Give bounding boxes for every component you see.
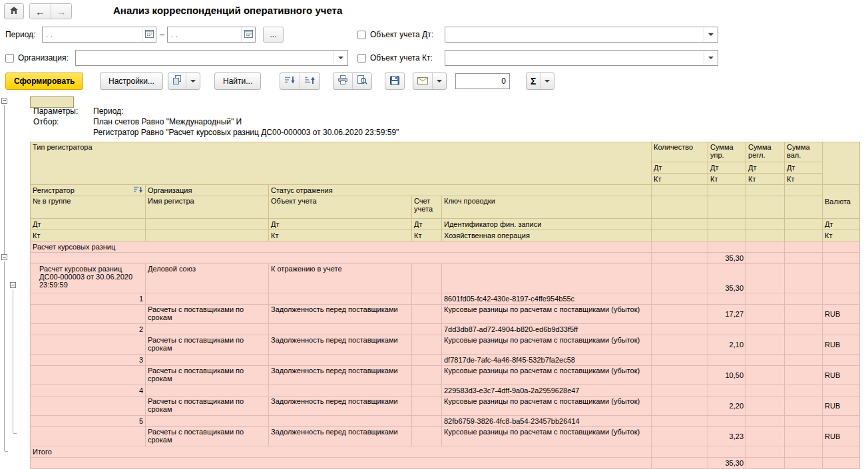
header-sum-mgmt[interactable]: Сумма упр. <box>708 142 746 162</box>
copy-button[interactable] <box>168 73 186 89</box>
period-from-calendar-button[interactable] <box>142 27 156 42</box>
operation-cell[interactable]: Курсовые разницы по расчетам с поставщик… <box>442 335 652 355</box>
find-button[interactable]: Найти... <box>214 73 261 90</box>
report-cell[interactable] <box>652 427 708 446</box>
sort-descending-button[interactable] <box>280 73 300 89</box>
report-cell[interactable] <box>652 385 708 396</box>
currency-cell[interactable]: RUB <box>823 396 860 416</box>
report-cell[interactable] <box>785 416 823 427</box>
print-preview-button[interactable] <box>352 73 371 89</box>
grand-total-cell[interactable]: 35,30 <box>708 458 746 469</box>
report-cell[interactable] <box>785 253 823 264</box>
report-cell[interactable] <box>823 355 860 366</box>
report-cell[interactable] <box>823 458 860 469</box>
report-cell[interactable] <box>746 416 785 427</box>
report-cell[interactable] <box>652 446 708 458</box>
registrar-group-total-cell[interactable]: 35,30 <box>708 264 746 293</box>
amount-cell[interactable]: 3,23 <box>708 427 746 446</box>
print-button[interactable] <box>333 73 352 89</box>
register-name-cell[interactable]: Расчеты с поставщиками по срокам <box>146 305 269 324</box>
report-cell[interactable] <box>785 458 823 469</box>
posting-key-cell[interactable]: 7dd3db87-ad72-4904-b820-ed6b9d33f5ff <box>442 324 652 335</box>
sum-dropdown-button[interactable] <box>540 73 554 89</box>
object-kt-input[interactable] <box>445 51 704 65</box>
report-cell[interactable] <box>746 366 785 385</box>
report-cell[interactable] <box>652 253 708 264</box>
registrar-group-org-cell[interactable]: Деловой союз <box>146 264 269 293</box>
report-cell[interactable] <box>785 366 823 385</box>
registrar-group-status-cell[interactable]: К отражению в учете <box>269 264 412 293</box>
report-cell[interactable] <box>708 241 746 253</box>
currency-cell[interactable]: RUB <box>823 366 860 385</box>
report-cell[interactable] <box>785 241 823 253</box>
report-cell[interactable] <box>708 385 746 396</box>
object-dt-dropdown-button[interactable] <box>704 27 718 42</box>
report-cell[interactable]: Кт <box>31 230 146 241</box>
report-cell[interactable] <box>146 324 269 335</box>
report-cell[interactable] <box>31 396 146 416</box>
report-cell[interactable] <box>412 366 442 385</box>
report-cell[interactable] <box>785 230 823 241</box>
object-cell[interactable]: Задолженность перед поставщиками <box>269 335 412 355</box>
sort-ascending-button[interactable] <box>300 73 320 89</box>
header-account[interactable]: Счет учета <box>412 196 442 219</box>
report-cell[interactable]: Дт <box>785 162 823 174</box>
report-cell[interactable] <box>652 230 708 241</box>
report-cell[interactable] <box>708 293 746 305</box>
report-cell[interactable] <box>746 219 785 230</box>
report-cell[interactable] <box>442 264 652 293</box>
report-cell[interactable] <box>412 335 442 355</box>
report-cell[interactable]: Дт <box>708 162 746 174</box>
report-cell[interactable] <box>412 355 442 366</box>
report-cell[interactable] <box>708 416 746 427</box>
report-cell[interactable]: Кт <box>746 174 785 185</box>
report-cell[interactable] <box>652 241 708 253</box>
register-name-cell[interactable]: Расчеты с поставщиками по срокам <box>146 427 269 446</box>
report-cell[interactable] <box>746 241 785 253</box>
object-cell[interactable]: Задолженность перед поставщиками <box>269 305 412 324</box>
report-cell[interactable] <box>823 416 860 427</box>
posting-key-cell[interactable]: 229583d3-e3c7-4dff-9a0a-2a2959628e47 <box>442 385 652 396</box>
header-business-operation[interactable]: Хозяйственная операция <box>442 230 652 241</box>
report-cell[interactable] <box>31 427 146 446</box>
report-cell[interactable] <box>412 305 442 324</box>
currency-cell[interactable]: RUB <box>823 427 860 446</box>
object-kt-dropdown-button[interactable] <box>704 51 718 65</box>
report-cell[interactable] <box>746 253 785 264</box>
report-cell[interactable] <box>785 335 823 355</box>
report-cell[interactable] <box>412 385 442 396</box>
report-cell[interactable] <box>269 324 412 335</box>
report-cell[interactable] <box>746 458 785 469</box>
register-name-cell[interactable]: Расчеты с поставщиками по срокам <box>146 335 269 355</box>
report-cell[interactable]: Кт <box>785 174 823 185</box>
report-cell[interactable] <box>652 366 708 385</box>
report-cell[interactable] <box>823 446 860 458</box>
report-cell[interactable]: Кт <box>652 174 708 185</box>
save-button[interactable] <box>385 73 405 90</box>
object-cell[interactable]: Задолженность перед поставщиками <box>269 366 412 385</box>
report-cell[interactable]: Дт <box>31 219 146 230</box>
report-cell[interactable] <box>412 416 442 427</box>
header-sum-regl[interactable]: Сумма регл. <box>746 142 785 162</box>
report-cell[interactable] <box>823 293 860 305</box>
report-cell[interactable] <box>823 385 860 396</box>
report-cell[interactable]: Кт <box>269 230 412 241</box>
currency-cell[interactable]: RUB <box>823 305 860 324</box>
back-button[interactable]: ← <box>30 4 51 19</box>
posting-key-cell[interactable]: df7817de-7afc-4a46-8f45-532b7fa2ec58 <box>442 355 652 366</box>
report-cell[interactable] <box>652 219 708 230</box>
counter-input[interactable] <box>455 73 510 89</box>
report-cell[interactable] <box>746 293 785 305</box>
record-num-cell[interactable]: 5 <box>31 416 146 427</box>
collapse-icon[interactable] <box>1 98 7 104</box>
report-cell[interactable] <box>746 385 785 396</box>
report-cell[interactable] <box>31 305 146 324</box>
operation-cell[interactable]: Курсовые разницы по расчетам с поставщик… <box>442 396 652 416</box>
report-cell[interactable]: Кт <box>823 230 860 241</box>
object-kt-checkbox[interactable] <box>357 54 366 63</box>
sum-button[interactable]: Σ <box>527 73 540 89</box>
report-cell[interactable] <box>652 458 708 469</box>
report-cell[interactable] <box>412 427 442 446</box>
report-cell[interactable] <box>146 385 269 396</box>
report-cell[interactable] <box>31 366 146 385</box>
